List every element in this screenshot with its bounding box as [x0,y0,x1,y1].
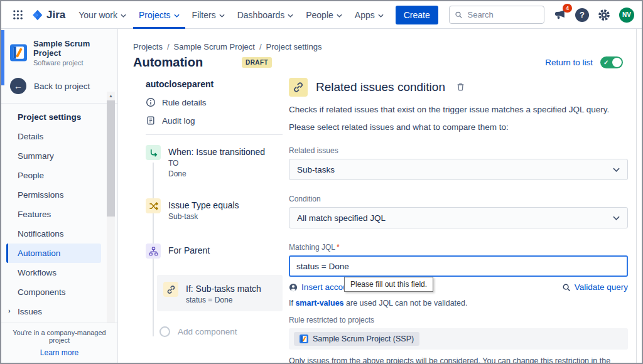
jira-logo[interactable]: Jira [31,9,65,21]
jira-logo-text: Jira [46,9,65,21]
sidebar-item-issues[interactable]: › Issues [6,302,101,321]
main-content: Projects / Sample Scrum Project / Projec… [118,29,642,363]
nav-apps[interactable]: Apps [349,1,389,29]
component-issue-type-condition[interactable]: Issue Type equals Sub-task [146,198,283,221]
chevron-right-icon: › [8,307,11,314]
nav-people[interactable]: People [300,1,348,29]
sidebar-accent-bar [1,30,4,85]
chevron-down-icon [219,14,225,18]
sidebar-item-notifications[interactable]: Notifications [6,224,101,244]
shuffle-icon [146,198,161,213]
delete-component-icon[interactable] [456,81,465,94]
smart-values-link[interactable]: smart-values [295,299,343,308]
restricted-projects-strip: Sample Scrum Project (SSP) [289,328,628,350]
app-switcher-icon[interactable] [9,7,27,23]
help-icon[interactable]: ? [575,8,589,22]
rule-enabled-toggle[interactable]: ✓ [600,56,623,68]
topnav-right: 4 ? NV [449,6,634,24]
sidebar-item-summary[interactable]: Summary [6,146,101,166]
settings-gear-icon[interactable] [598,9,610,21]
validate-query-link[interactable]: Validate query [562,282,628,292]
return-to-list-link[interactable]: Return to list [545,58,593,67]
project-name: Sample Scrum Project [33,39,111,58]
sidebar-divider [1,103,117,104]
breadcrumb-project-settings[interactable]: Project settings [266,42,322,51]
hierarchy-icon [146,244,161,259]
scrollbar-thumb[interactable] [107,100,115,217]
sidebar-item-permissions[interactable]: Permissions [6,185,101,205]
check-icon: ✓ [603,59,608,66]
managed-project-note: You're in a company-managed project [5,329,114,344]
related-issues-select[interactable]: Sub-tasks [289,159,628,180]
audit-log-link[interactable]: Audit log [146,115,283,126]
grid-icon [13,9,23,20]
link-icon [163,282,178,297]
search-box[interactable] [449,6,544,24]
nav-dashboards[interactable]: Dashboards [232,1,300,29]
jira-logo-icon [31,9,43,21]
component-subtasks-match-condition[interactable]: If: Sub-tasks match status = Done [157,275,283,311]
sidebar-item-automation[interactable]: Automation [6,244,101,263]
required-asterisk: * [337,243,340,252]
component-trigger[interactable]: When: Issue transitioned TO Done [146,145,283,178]
add-component-circle-icon [159,326,170,337]
page-title: Automation [133,55,203,70]
jql-helper-row: Insert account IDs Please fill out this … [289,282,628,292]
condition-description: Checks if related issues that exist on t… [289,105,628,114]
rule-components: When: Issue transitioned TO Done Issue T… [146,135,283,337]
validation-tooltip: Please fill out this field. [344,277,433,292]
notifications-icon[interactable]: 4 [553,8,566,21]
toggle-knob [612,58,622,67]
notification-badge: 4 [563,4,572,13]
component-for-parent-branch[interactable]: For Parent [146,244,283,259]
project-header: Sample Scrum Project Software project [1,29,117,67]
sidebar-item-workflows[interactable]: Workflows [6,263,101,282]
chevron-down-icon [337,14,342,18]
back-to-project[interactable]: ← Back to project [1,67,117,103]
nav-projects[interactable]: Projects [133,1,185,29]
scroll-up-icon[interactable]: ▲ [109,92,113,100]
chevron-down-icon [613,168,620,172]
rule-details-link[interactable]: Rule details [146,97,283,107]
back-arrow-icon: ← [10,78,26,94]
search-icon [455,10,462,19]
condition-title: Related issues condition [316,80,445,94]
project-chip-icon [300,335,308,343]
chevron-down-icon [174,14,180,18]
condition-select[interactable]: All match specified JQL [289,207,628,228]
nav-your-work[interactable]: Your work [73,1,132,29]
smart-values-note: If smart-values are used JQL can not be … [289,299,628,308]
condition-group: Condition All match specified JQL [289,193,628,228]
audit-log-icon [146,115,156,126]
project-type: Software project [33,59,111,67]
sidebar-item-details[interactable]: Details [6,127,101,146]
search-input[interactable] [466,9,539,20]
sidebar-item-features[interactable]: Features [6,205,101,224]
breadcrumb-projects[interactable]: Projects [133,42,163,51]
matching-jql-input[interactable] [289,255,628,277]
trigger-icon [146,145,161,160]
condition-instruction: Please select related issues and what to… [289,122,628,132]
matching-jql-group: Matching JQL* [289,241,628,277]
sidebar-item-people[interactable]: People [6,166,101,185]
project-avatar-icon [10,43,27,62]
app-window: Jira Your work Projects Filters Dashboar… [0,0,643,364]
create-button[interactable]: Create [396,6,438,24]
person-icon [289,283,298,292]
add-component-button[interactable]: Add component [159,326,283,337]
rule-chain-panel: autocloseparent Rule details Audit log [146,79,283,337]
project-chip[interactable]: Sample Scrum Project (SSP) [294,332,419,346]
sidebar-scrollbar[interactable]: ▲ ▼ [107,92,115,333]
nav-filters[interactable]: Filters [186,1,230,29]
page-header: Automation DRAFT Return to list ✓ [133,55,623,70]
condition-label: Condition [289,195,321,203]
condition-header: Related issues condition [289,78,628,97]
related-issues-group: Related issues Sub-tasks [289,144,628,180]
breadcrumb-project[interactable]: Sample Scrum Project [174,42,255,51]
sidebar-item-components[interactable]: Components [6,282,101,302]
breadcrumb: Projects / Sample Scrum Project / Projec… [133,42,322,51]
sidebar-section-project-settings: Project settings [6,107,101,127]
draft-badge: DRAFT [242,57,272,68]
learn-more-link[interactable]: Learn more [40,348,78,357]
user-avatar[interactable]: NV [619,8,634,23]
